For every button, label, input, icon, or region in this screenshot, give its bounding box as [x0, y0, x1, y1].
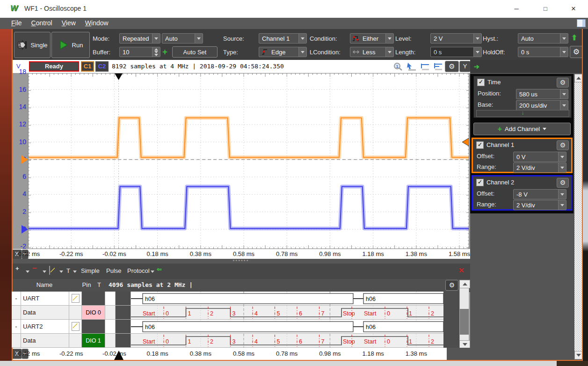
add-signal-dropdown-icon[interactable]	[26, 271, 29, 273]
collapse-panel-arrow-icon[interactable]: ➔	[474, 63, 479, 70]
pane-splitter[interactable]: ••••••	[12, 259, 470, 264]
length-select[interactable]: 0 s	[430, 47, 482, 57]
expander-cell[interactable]	[12, 306, 21, 320]
channel2-offset-marker[interactable]	[22, 225, 28, 234]
logic-scrollbar-thumb[interactable]	[460, 309, 469, 335]
mode-select[interactable]: Repeated	[119, 33, 160, 44]
channel1-range-select[interactable]: 2 V/div	[513, 162, 566, 173]
back-arrow-icon[interactable]: ⇐	[157, 266, 162, 273]
time-expand-button[interactable]: ↓	[476, 110, 569, 117]
edit-icon[interactable]	[49, 266, 50, 275]
remove-signal-icon[interactable]: −	[32, 264, 37, 273]
pin-cell[interactable]: DIO 1	[82, 334, 105, 348]
single-button[interactable]: 1 Single	[14, 32, 51, 58]
channel1-gear-button[interactable]: ⚙	[557, 140, 569, 150]
desktop-background-bottom	[0, 361, 588, 366]
channel1-offset-marker[interactable]	[22, 155, 28, 164]
auto-set-button[interactable]: Auto Set	[172, 46, 218, 58]
cursor-measure-icon[interactable]	[406, 62, 417, 71]
condition-select[interactable]: Either	[350, 33, 394, 44]
logic-close-icon[interactable]: ✕	[458, 266, 465, 275]
expander-cell[interactable]: -	[12, 320, 21, 334]
toolbar-label-holdoff: HoldOff:	[483, 49, 505, 56]
x-tick-label: 0.98 ms	[311, 250, 348, 257]
dock-panel-icon[interactable]	[577, 19, 586, 27]
expander-cell[interactable]: -	[12, 292, 21, 306]
single-icon: 1	[17, 40, 27, 50]
trigger-dropdown-icon[interactable]	[73, 271, 77, 273]
logic-settings-gear-button[interactable]: ⚙	[445, 280, 458, 291]
scope-plot-svg	[28, 73, 469, 249]
mode-auto-select[interactable]: Auto	[162, 33, 203, 44]
notepad-icon[interactable]	[72, 294, 80, 303]
channel1-offset-select[interactable]: 0 V	[513, 152, 566, 162]
y-cursors-icon[interactable]	[433, 62, 444, 71]
channel2-gear-button[interactable]: ⚙	[557, 178, 569, 188]
x-tick-label: 1.38 ms	[398, 350, 435, 357]
minimize-button[interactable]: ─	[506, 0, 527, 18]
zoom-icon[interactable]: 1	[393, 62, 404, 71]
channel2-range-select[interactable]: 2 V/div	[513, 200, 566, 210]
panel-scrollbar-track[interactable]	[574, 74, 582, 359]
trigger-up-arrow-icon[interactable]: ⬆	[571, 33, 577, 42]
channel1-badge[interactable]: C1	[81, 61, 94, 72]
x-cursors-icon[interactable]	[420, 62, 431, 71]
menu-item-file[interactable]: File	[7, 18, 27, 28]
decode-start-label: Start	[143, 310, 155, 317]
base-select[interactable]: 200 us/div	[516, 100, 568, 110]
decode-bit-label: 2	[210, 338, 213, 345]
scope-plot-area[interactable]	[28, 73, 469, 249]
window-title: WF1 - Oscilloscope 1	[24, 5, 87, 12]
channel1-checkbox[interactable]: ✓	[476, 141, 484, 149]
trigger-cell[interactable]	[116, 320, 131, 334]
pulse-button[interactable]: Pulse	[106, 267, 122, 274]
toolbar-gear-button[interactable]: ⚙	[570, 46, 583, 58]
edit-dropdown-icon[interactable]	[59, 271, 63, 273]
menu-item-control[interactable]: Control	[27, 18, 57, 28]
protocol-button[interactable]: Protocol	[127, 267, 150, 274]
trigger-cell[interactable]	[116, 334, 131, 348]
decode-bit-label: 1	[409, 338, 412, 345]
y-tick-label: 14	[13, 103, 26, 110]
logic-scroll-up-button[interactable]	[459, 280, 470, 288]
channel2-offset-select[interactable]: -8 V	[513, 189, 566, 199]
level-select[interactable]: 2 V	[430, 33, 482, 44]
holdoff-select[interactable]: 0 s	[518, 47, 568, 57]
plot-settings-gear-button[interactable]: ⚙	[445, 61, 459, 72]
scope-status-bar: V Ready C1 C2 8192 samples at 4 MHz | 20…	[12, 60, 470, 73]
pin-cell[interactable]	[82, 320, 105, 334]
buffer-stepper[interactable]: 10	[119, 47, 160, 57]
protocol-dropdown-icon[interactable]	[151, 271, 154, 273]
source-select[interactable]: Channel 1	[259, 33, 307, 44]
add-signal-icon[interactable]: +	[15, 265, 19, 272]
channel2-checkbox[interactable]: ✓	[476, 179, 484, 186]
add-buffer-icon[interactable]: +	[162, 47, 167, 57]
waveform-envelope-ch2	[28, 187, 469, 229]
remove-signal-dropdown-icon[interactable]	[43, 271, 46, 273]
pin-cell[interactable]: DIO 0	[82, 306, 105, 320]
menu-item-view[interactable]: View	[57, 18, 80, 28]
y-axis-button[interactable]: Y	[459, 61, 471, 72]
simple-button[interactable]: Simple	[81, 267, 100, 274]
trigger-t-button[interactable]: T	[66, 267, 70, 274]
close-button[interactable]: ✕	[563, 0, 584, 18]
time-checkbox[interactable]: ✓	[477, 79, 485, 86]
time-gear-button[interactable]: ⚙	[557, 78, 569, 88]
x-tick-label: 0.18 ms	[139, 250, 176, 257]
notepad-icon[interactable]	[72, 322, 80, 331]
maximize-button[interactable]: □	[535, 0, 556, 18]
run-button[interactable]: Run	[51, 32, 90, 58]
position-select[interactable]: 580 us	[516, 89, 568, 99]
pin-cell[interactable]	[82, 292, 105, 306]
logic-signal-area[interactable]: h06h06Start01234567StopStart012h06h06Sta…	[131, 292, 443, 348]
logic-row-uart: -UART	[12, 292, 131, 306]
trigger-cell[interactable]	[116, 292, 131, 306]
trigger-cell[interactable]	[116, 306, 131, 320]
channel2-badge[interactable]: C2	[95, 61, 109, 72]
hyst-select[interactable]: Auto	[518, 33, 568, 44]
type-select[interactable]: Edge	[259, 47, 307, 57]
menu-item-window[interactable]: Window	[80, 18, 113, 28]
add-channel-button[interactable]: + Add Channel	[473, 123, 571, 135]
expander-cell[interactable]	[12, 334, 21, 348]
lcondition-select[interactable]: Less	[350, 47, 394, 57]
